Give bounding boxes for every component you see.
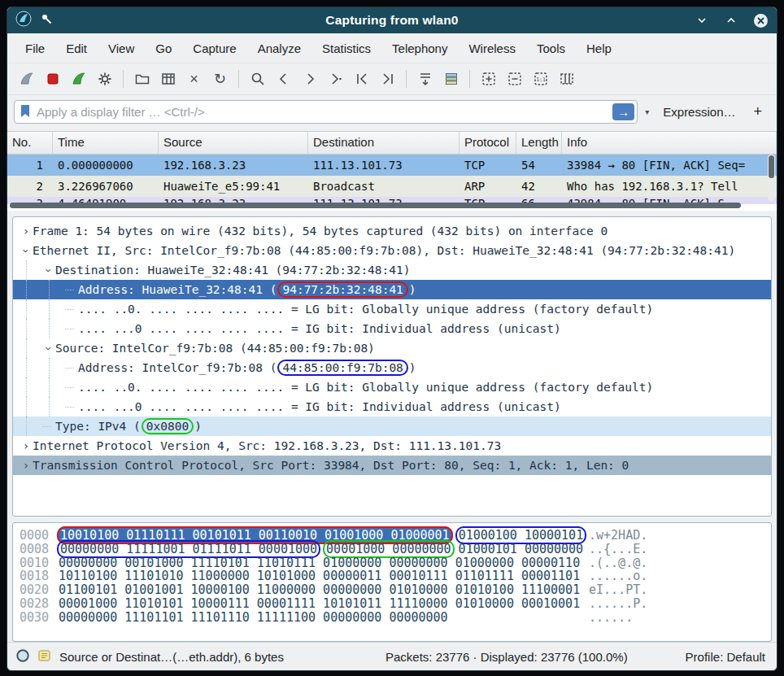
reload-button[interactable]: ↻ [207,67,233,91]
column-header-destination[interactable]: Destination [308,132,460,154]
menu-telephony[interactable]: Telephony [384,37,455,59]
hex-bits[interactable]: 00000000 00101000 11110101 11010111 0100… [57,556,581,570]
detail-row[interactable]: ›Transmission Control Protocol, Src Port… [13,456,771,475]
detail-row[interactable]: ›Internet Protocol Version 4, Src: 192.1… [13,436,771,456]
detail-row[interactable]: ›Frame 1: 54 bytes on wire (432 bits), 5… [13,221,771,241]
maximize-button[interactable] [723,12,739,28]
filter-history-dropdown[interactable]: ▾ [641,101,653,122]
previous-packet-button[interactable] [271,67,296,91]
detail-row[interactable]: Type: IPv4 (0x0800) [13,417,771,436]
hex-row[interactable]: 001000000000 00101000 11110101 11010111 … [20,556,764,570]
hex-row[interactable]: 003000000000 11101101 11101110 11111100 … [20,611,764,625]
capture-comment-icon[interactable] [37,648,52,665]
expert-info-icon[interactable] [15,648,30,665]
auto-scroll-button[interactable] [412,67,438,91]
column-header-info[interactable]: Info [562,132,777,154]
expression-button[interactable]: Expression… [656,105,742,119]
menu-edit[interactable]: Edit [58,37,95,59]
menu-analyze[interactable]: Analyze [250,37,309,59]
close-button[interactable] [752,12,769,28]
hex-bits[interactable]: 00000000 11101101 11101110 11111100 0000… [57,610,450,625]
detail-row[interactable]: Address: HuaweiTe_32:48:41 (94:77:2b:32:… [13,280,771,299]
capture-options-button[interactable] [92,67,117,91]
menu-wireless[interactable]: Wireless [460,37,524,59]
open-file-button[interactable] [129,67,155,91]
menu-file[interactable]: File [17,37,53,59]
detail-row[interactable]: .... ...0 .... .... .... .... = IG bit: … [13,319,771,338]
detail-row[interactable]: .... ...0 .... .... .... .... = IG bit: … [13,397,771,417]
menu-view[interactable]: View [100,37,142,59]
capture-stop-button[interactable] [40,67,65,91]
menu-capture[interactable]: Capture [185,37,244,59]
pin-icon[interactable] [40,12,53,28]
tree-line [26,358,42,377]
detail-text: Type: IPv4 ( [55,420,141,433]
detail-row[interactable]: .... ..0. .... .... .... .... = LG bit: … [13,377,771,397]
titlebar[interactable]: Capturing from wlan0 [7,7,777,33]
scrollbar-thumb[interactable] [10,203,741,208]
detail-row[interactable]: .... ..0. .... .... .... .... = LG bit: … [13,299,771,319]
packet-row[interactable]: 23.226967060HuaweiTe_e5:99:41BroadcastAR… [7,176,777,197]
pane-splitter[interactable] [7,517,777,522]
packet-row[interactable]: 10.000000000192.168.3.23111.13.101.73TCP… [7,155,777,176]
menu-tools[interactable]: Tools [529,37,573,59]
hex-bits[interactable]: 10110100 11101010 11000000 10101000 0000… [57,569,581,583]
hex-row[interactable]: 001810110100 11101010 11000000 10101000 … [20,569,764,583]
expander-icon[interactable]: › [39,264,59,277]
save-file-button[interactable] [155,67,181,91]
filter-bookmark-icon[interactable] [20,104,31,119]
expander-icon[interactable]: › [20,456,33,475]
zoom-original-button[interactable]: 1:1 [528,67,553,91]
zoom-out-button[interactable] [502,67,527,91]
menu-go[interactable]: Go [147,37,180,59]
hex-row[interactable]: 002800001000 11010101 10000111 00001111 … [20,597,764,611]
expander-icon[interactable]: › [39,342,59,355]
vertical-scrollbar[interactable] [768,155,775,201]
column-header-no[interactable]: No. [7,132,53,154]
tree-line [26,417,42,436]
close-file-button[interactable]: × [181,67,207,91]
resize-columns-button[interactable] [554,67,579,91]
first-packet-button[interactable] [349,67,374,91]
expander-icon[interactable]: › [20,436,33,456]
add-filter-button[interactable]: + [745,103,770,120]
pane-splitter[interactable] [7,211,777,216]
menu-help[interactable]: Help [578,37,620,59]
detail-text: .... ...0 .... .... .... .... = IG bit: … [78,322,561,335]
capture-start-button[interactable] [14,67,39,91]
hex-bits[interactable]: 01100101 01001001 10000100 11000000 0000… [57,582,581,597]
window-title: Capturing from wlan0 [7,13,777,28]
hex-row[interactable]: 000800000000 11111001 01111011 000010000… [20,543,764,556]
detail-row[interactable]: ›Source: IntelCor_f9:7b:08 (44:85:00:f9:… [13,338,771,358]
scrollbar-thumb[interactable] [769,155,774,178]
detail-row[interactable]: ›Ethernet II, Src: IntelCor_f9:7b:08 (44… [13,241,771,260]
column-header-length[interactable]: Length [516,132,562,154]
column-header-time[interactable]: Time [53,132,159,154]
colorize-button[interactable] [438,67,464,91]
detail-row[interactable]: Address: IntelCor_f9:7b:08 (44:85:00:f9:… [13,358,771,377]
hex-bits[interactable]: 00001000 11010101 10000111 00001111 1010… [57,596,581,611]
capture-restart-button[interactable] [66,67,91,91]
expander-icon[interactable]: › [16,244,36,257]
menu-statistics[interactable]: Statistics [314,37,379,59]
folder-icon [134,71,150,87]
display-filter-input[interactable]: Apply a display filter … <Ctrl-/> → [14,100,638,124]
detail-row[interactable]: ›Destination: HuaweiTe_32:48:41 (94:77:2… [13,260,771,280]
hex-ascii: .(..@.@. [589,556,647,570]
horizontal-scrollbar[interactable] [10,203,764,209]
zoom-in-button[interactable] [476,67,501,91]
filter-apply-button[interactable]: → [612,103,634,120]
last-packet-button[interactable] [375,67,400,91]
detail-text: .... ..0. .... .... .... .... = LG bit: … [78,303,653,316]
find-packet-button[interactable] [245,67,270,91]
hex-bits[interactable]: 01000101 00000000 [457,542,586,556]
minimize-button[interactable] [694,12,710,28]
column-header-source[interactable]: Source [159,132,308,154]
column-header-protocol[interactable]: Protocol [460,132,516,154]
go-to-packet-button[interactable] [323,67,348,91]
profile-text[interactable]: Profile: Default [686,650,765,664]
hex-row[interactable]: 002001100101 01001001 10000100 11000000 … [20,583,764,597]
next-packet-button[interactable] [297,67,322,91]
cell-len: 54 [516,155,562,176]
expander-icon[interactable]: › [20,221,33,241]
